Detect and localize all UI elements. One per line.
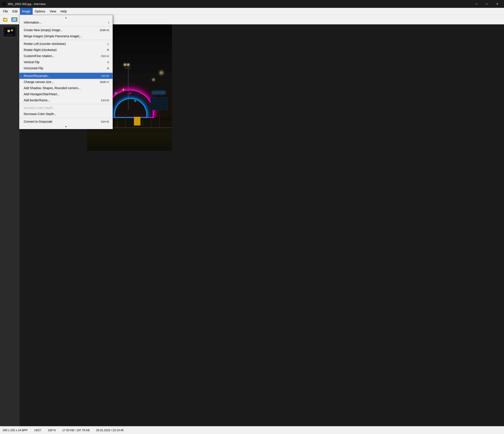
- filmstrip-button[interactable]: [10, 16, 18, 23]
- menu-item-rotate-right[interactable]: Rotate Right (clockwise) R: [19, 47, 113, 53]
- menu-item-increase-color-depth: Increase Color Depth...: [19, 105, 113, 111]
- menu-item-merge-images[interactable]: Merge images (Simple Panorama image)...: [19, 33, 113, 39]
- menu-item-create-new[interactable]: Create New (empty) image... Shift+N: [19, 27, 113, 33]
- image-dropdown-menu: ▲ Information... I Create New (empty) im…: [19, 15, 113, 129]
- menu-edit[interactable]: Edit: [10, 8, 20, 15]
- menu-file[interactable]: File: [1, 8, 10, 15]
- menu-help[interactable]: Help: [58, 8, 69, 15]
- menu-item-rotate-left[interactable]: Rotate Left (counter-clockwise) L: [19, 41, 113, 47]
- menu-separator-2: [19, 40, 113, 40]
- menu-options[interactable]: Options: [33, 8, 47, 15]
- window-controls: — □ ✕: [471, 0, 502, 8]
- title-text: IMG_2952-300.jpg - IrfanView: [8, 2, 471, 6]
- menu-item-add-border[interactable]: Add border/frame... Ctrl+D: [19, 97, 113, 103]
- left-panel: [0, 24, 20, 426]
- status-datetime: 20.01.2022 / 22:14:45: [96, 429, 124, 432]
- menu-separator-3: [19, 72, 113, 72]
- menu-item-add-hexagon[interactable]: Add Hexagon/Star/Heart...: [19, 91, 113, 97]
- status-filesize: 17.50 KB / 197.79 KB: [62, 429, 90, 432]
- svg-rect-8: [17, 18, 17, 18]
- close-button[interactable]: ✕: [492, 0, 502, 8]
- svg-rect-2: [4, 19, 7, 21]
- thumbnail-1[interactable]: [2, 26, 18, 38]
- app-icon: 🖼: [2, 1, 7, 6]
- svg-point-14: [5, 34, 14, 36]
- minimize-button[interactable]: —: [471, 0, 481, 8]
- svg-rect-10: [17, 20, 17, 21]
- menu-item-custom-rotation[interactable]: Custom/Fine rotation... Ctrl+U: [19, 53, 113, 59]
- menu-bar: File Edit Image Options View Help: [0, 8, 504, 15]
- svg-point-13: [11, 29, 13, 31]
- menu-scroll-down[interactable]: ▼: [19, 125, 113, 129]
- menu-item-vertical-flip[interactable]: Vertical Flip V: [19, 59, 113, 65]
- open-button[interactable]: [2, 16, 9, 23]
- menu-separator-5: [19, 118, 113, 118]
- menu-view[interactable]: View: [47, 8, 58, 15]
- svg-rect-1: [3, 18, 5, 19]
- svg-rect-6: [11, 19, 12, 20]
- status-position: 19/27: [34, 429, 41, 432]
- svg-rect-9: [17, 19, 17, 20]
- svg-rect-4: [12, 18, 17, 21]
- menu-item-resize-resample[interactable]: Resize/Resample... Ctrl+R: [19, 73, 113, 79]
- menu-item-information[interactable]: Information... I: [19, 19, 113, 26]
- menu-separator-4: [19, 104, 113, 104]
- menu-scroll-up[interactable]: ▲: [19, 16, 113, 19]
- title-bar: 🖼 IMG_2952-300.jpg - IrfanView — □ ✕: [0, 0, 504, 8]
- status-bar: 300 x 225 x 24 BPP 19/27 100 % 17.50 KB …: [0, 426, 504, 434]
- menu-item-convert-grayscale[interactable]: Convert to Grayscale Ctrl+G: [19, 119, 113, 125]
- menu-separator: [19, 26, 113, 26]
- menu-item-add-shadow[interactable]: Add Shadow, Shapes, Rounded corners...: [19, 85, 113, 91]
- menu-item-decrease-color-depth[interactable]: Decrease Color Depth...: [19, 111, 113, 117]
- svg-rect-5: [11, 18, 12, 18]
- maximize-button[interactable]: □: [482, 0, 492, 8]
- svg-rect-7: [11, 20, 12, 21]
- menu-item-change-canvas[interactable]: Change canvas size... Shift+V: [19, 79, 113, 85]
- status-zoom: 100 %: [48, 429, 56, 432]
- menu-image[interactable]: Image: [20, 8, 33, 15]
- svg-point-12: [7, 30, 10, 32]
- menu-item-horizontal-flip[interactable]: Horizontal Flip H: [19, 65, 113, 71]
- status-dimensions: 300 x 225 x 24 BPP: [3, 429, 28, 432]
